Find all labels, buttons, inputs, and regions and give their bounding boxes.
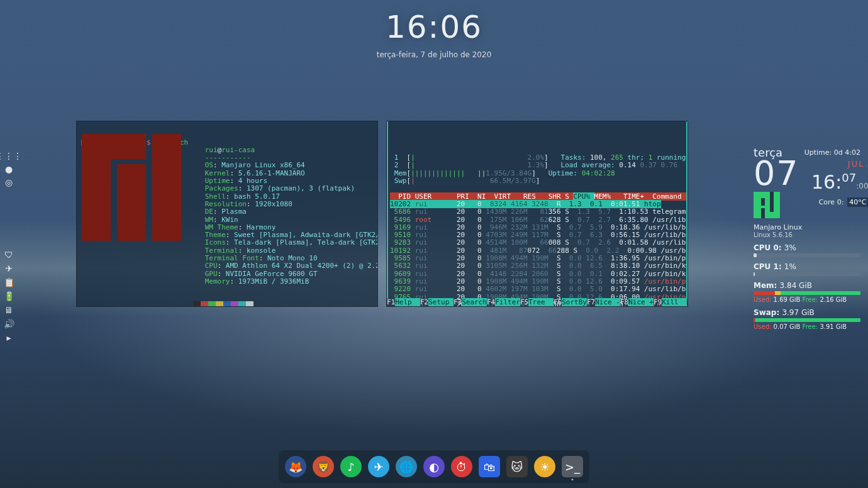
display-icon[interactable]: 🖥: [3, 304, 15, 316]
color-swatch: [193, 301, 201, 307]
telegram-icon[interactable]: ✈: [368, 456, 389, 477]
manjaro-ascii-logo: [82, 134, 182, 241]
clock-time: 16:06: [0, 9, 868, 45]
brave-icon[interactable]: 🦁: [313, 456, 334, 477]
weather-icon[interactable]: ☀: [534, 456, 555, 477]
color-swatch: [223, 301, 231, 307]
svg-rect-2: [152, 134, 181, 241]
insomnia-icon[interactable]: ◐: [423, 456, 445, 477]
color-swatch: [246, 301, 253, 307]
svg-rect-3: [82, 134, 146, 159]
telegram-tray-icon[interactable]: ✈: [3, 262, 15, 275]
pomodoro-icon[interactable]: ⏱: [451, 456, 472, 477]
spiral-icon[interactable]: ◎: [3, 176, 15, 189]
battery-icon[interactable]: 🔋: [3, 290, 15, 302]
day-number: 07: [754, 159, 811, 188]
month-label: JUL.: [811, 159, 868, 169]
pink-app-icon[interactable]: ●: [3, 163, 15, 175]
clock-date: terça-feira, 7 de julho de 2020: [0, 50, 868, 59]
spotify-icon[interactable]: ♪: [340, 456, 362, 477]
store-icon[interactable]: 🛍: [479, 456, 500, 477]
conky-time: 16:07:00: [811, 169, 868, 196]
mem-bar: Mem: 3.84 GiB Used: 1.69 GiB Free: 2.16 …: [754, 281, 860, 303]
svg-rect-1: [117, 164, 146, 241]
swap-bar: Swap: 3.97 GiB Used: 0.07 GiB Free: 3.91…: [754, 308, 860, 330]
color-swatch: [238, 301, 246, 307]
browser-icon[interactable]: 🌐: [396, 456, 417, 477]
color-swatch: [201, 301, 208, 307]
apps-grid-icon[interactable]: ⋮⋮⋮: [3, 150, 15, 162]
htop-footer[interactable]: F1Help F2Setup F3SearchF4FilterF5Tree F6…: [387, 299, 687, 306]
terminal-htop[interactable]: 1 [| 2.0%] Tasks: 100, 265 thr; 1 runnin…: [386, 121, 688, 307]
chevron-right-icon[interactable]: ▸: [3, 331, 15, 344]
cpu-bar-0: CPU 0: 3%: [754, 243, 860, 257]
manjaro-logo: [754, 192, 780, 218]
system-tray-strip: ⋮⋮⋮●◎🛡✈📋🔋🖥🔊▸: [3, 150, 15, 344]
clipboard-icon[interactable]: 📋: [3, 276, 15, 289]
kitty-icon[interactable]: 🐱: [506, 456, 528, 477]
color-swatch: [216, 301, 223, 307]
color-swatch: [208, 301, 216, 307]
conky-panel: Uptime: 0d 4:02 terça 07 JUL. 16:07:00 C…: [754, 146, 860, 330]
terminal-icon[interactable]: >_: [562, 456, 583, 477]
core-temp: Core 0:40°C: [811, 198, 868, 206]
dock: 🦊🦁♪✈🌐◐⏱🛍🐱☀>_: [279, 450, 589, 483]
color-swatch: [231, 301, 238, 307]
volume-icon[interactable]: 🔊: [3, 318, 15, 330]
cpu-bar-1: CPU 1: 1%: [754, 262, 860, 276]
firefox-icon[interactable]: 🦊: [285, 456, 306, 477]
distro-label: Manjaro Linux Linux 5.6.16: [754, 223, 860, 238]
desktop-clock: 16:06 terça-feira, 7 de julho de 2020: [0, 9, 868, 59]
terminal-neofetch[interactable]: [rui@rui-casa ~]$ neofetch rui@rui-casa …: [76, 121, 378, 307]
uptime-label: Uptime: 0d 4:02: [804, 148, 860, 157]
shield-icon[interactable]: 🛡: [3, 248, 15, 261]
